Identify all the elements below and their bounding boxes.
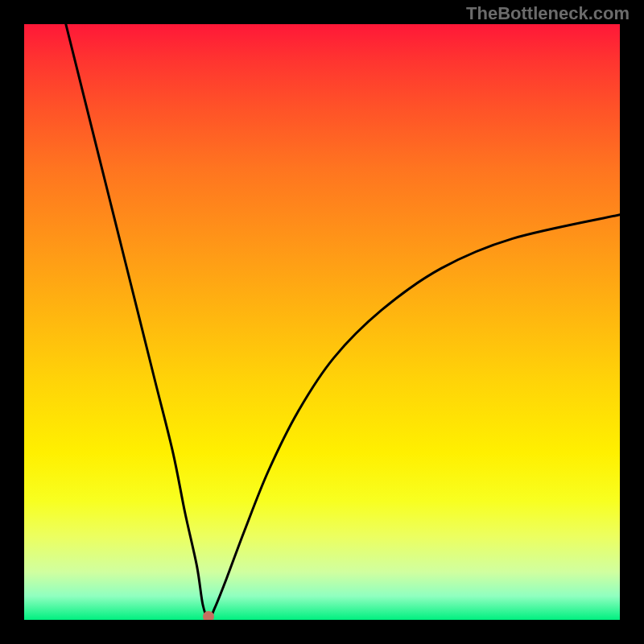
plot-area [24, 24, 620, 620]
minimum-marker [203, 611, 214, 620]
curve-svg [24, 24, 620, 620]
watermark-text: TheBottleneck.com [466, 3, 630, 24]
chart-container: TheBottleneck.com [0, 0, 644, 644]
bottleneck-curve-line [66, 24, 620, 619]
